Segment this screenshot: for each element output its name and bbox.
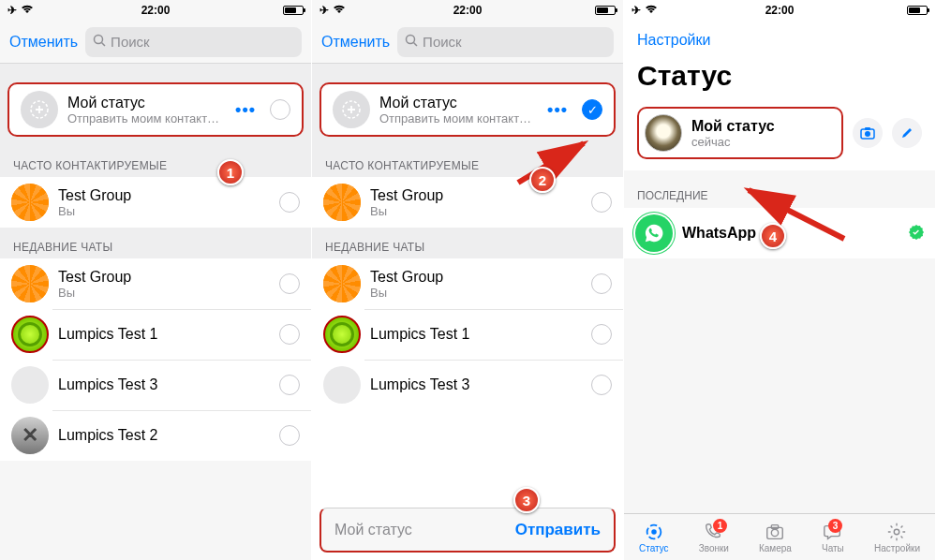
avatar (323, 184, 361, 221)
more-icon[interactable]: ••• (547, 100, 568, 120)
list-item[interactable]: Test GroupВы (0, 177, 311, 228)
tab-calls[interactable]: Звонки 1 (699, 522, 729, 553)
my-status-highlight[interactable]: Мой статус сейчас (637, 107, 843, 159)
send-footer: Мой статус Отправить (319, 508, 616, 553)
list-item[interactable]: Lumpics Test 3 (0, 360, 311, 410)
clock: 22:00 (141, 4, 171, 17)
more-icon[interactable]: ••• (235, 100, 256, 120)
battery-icon (283, 6, 304, 15)
list-item[interactable]: Lumpics Test 3 (312, 360, 623, 410)
list-item[interactable]: Test GroupВы (312, 258, 623, 309)
svg-rect-9 (865, 127, 870, 130)
send-button[interactable]: Отправить (515, 521, 601, 539)
avatar (323, 265, 361, 302)
select-radio[interactable] (279, 192, 300, 213)
avatar (323, 366, 361, 404)
clock: 22:00 (453, 4, 483, 17)
search-icon (405, 34, 418, 50)
svg-line-1 (102, 43, 106, 47)
svg-point-0 (95, 36, 103, 44)
avatar (11, 417, 49, 454)
airplane-icon: ✈ (631, 4, 641, 17)
svg-point-15 (895, 529, 900, 535)
my-status-title: Мой статус (67, 95, 226, 111)
list-item[interactable]: Lumpics Test 1 (0, 309, 311, 360)
svg-point-3 (407, 36, 415, 44)
airplane-icon: ✈ (7, 4, 17, 17)
svg-rect-14 (772, 524, 779, 528)
annotation-arrow (509, 136, 602, 187)
annotation-badge-2: 2 (529, 167, 556, 193)
verified-icon (909, 225, 924, 243)
camera-button[interactable] (853, 118, 883, 148)
wifi-icon (645, 4, 658, 17)
wifi-icon (333, 4, 346, 17)
avatar (11, 316, 49, 353)
badge: 3 (828, 519, 842, 533)
panel-3: ✈ 22:00 Настройки Статус Мой статус сейч… (624, 0, 936, 560)
status-bar: ✈ 22:00 (312, 0, 623, 21)
annotation-arrow (732, 183, 854, 248)
battery-icon (907, 6, 928, 15)
avatar (645, 114, 682, 152)
header: Настройки Статус (624, 21, 935, 96)
status-bar: ✈ 22:00 (624, 0, 935, 21)
tab-status[interactable]: Статус (639, 522, 669, 553)
footer-label: Мой статус (334, 522, 412, 538)
select-radio-checked[interactable]: ✓ (582, 99, 602, 120)
edit-button[interactable] (892, 118, 922, 148)
list-item[interactable]: Lumpics Test 1 (312, 309, 623, 360)
tab-chats[interactable]: Чаты 3 (822, 522, 844, 553)
header: Отменить Поиск (312, 21, 623, 64)
select-radio[interactable] (279, 324, 300, 345)
search-input[interactable]: Поиск (85, 27, 302, 57)
tab-settings[interactable]: Настройки (874, 522, 920, 553)
annotation-badge-1: 1 (217, 159, 244, 185)
my-status-row[interactable]: Мой статус Отправить моим контактам, кр.… (319, 82, 616, 137)
whatsapp-avatar (635, 214, 673, 252)
select-radio[interactable] (279, 273, 300, 294)
back-button[interactable]: Настройки (637, 32, 710, 48)
my-status-row[interactable]: Мой статус Отправить моим контактам, кр.… (7, 82, 304, 137)
status-add-icon (333, 91, 370, 128)
section-frequent: ЧАСТО КОНТАКТИРУЕМЫЕ (0, 146, 311, 177)
panel-1: ✈ 22:00 Отменить Поиск Мой статус Отправ… (0, 0, 312, 560)
status-add-icon (21, 91, 58, 128)
select-radio[interactable] (270, 99, 290, 120)
search-placeholder: Поиск (111, 34, 150, 50)
my-status-sub: Отправить моим контактам, кр... (67, 111, 226, 125)
search-icon (93, 34, 106, 50)
section-recent: НЕДАВНИЕ ЧАТЫ (0, 228, 311, 258)
cancel-button[interactable]: Отменить (9, 34, 78, 51)
avatar (11, 265, 49, 302)
clock: 22:00 (765, 4, 795, 17)
panel-2: ✈ 22:00 Отменить Поиск Мой статус Отправ… (312, 0, 624, 560)
avatar (323, 316, 361, 353)
header: Отменить Поиск (0, 21, 311, 64)
svg-line-4 (414, 43, 418, 47)
list-item[interactable]: Lumpics Test 2 (0, 410, 311, 461)
select-radio[interactable] (279, 375, 300, 395)
svg-point-11 (651, 529, 657, 535)
wifi-icon (21, 4, 34, 17)
search-input[interactable]: Поиск (397, 27, 614, 57)
tab-bar: Статус Звонки 1 Камера Чаты 3 Настройки (624, 513, 935, 560)
tab-camera[interactable]: Камера (759, 522, 792, 553)
avatar (11, 366, 49, 404)
select-radio[interactable] (279, 425, 300, 446)
cancel-button[interactable]: Отменить (321, 34, 390, 51)
status-bar: ✈ 22:00 (0, 0, 311, 21)
my-status-row: Мой статус сейчас (624, 96, 935, 170)
annotation-badge-3: 3 (513, 487, 540, 513)
avatar (11, 184, 49, 221)
annotation-badge-4: 4 (760, 223, 786, 249)
page-title: Статус (637, 60, 922, 92)
list-item[interactable]: Test GroupВы (0, 258, 311, 309)
battery-icon (595, 6, 616, 15)
svg-point-13 (772, 529, 779, 536)
svg-point-8 (865, 131, 870, 137)
badge: 1 (713, 519, 727, 533)
airplane-icon: ✈ (319, 4, 329, 17)
